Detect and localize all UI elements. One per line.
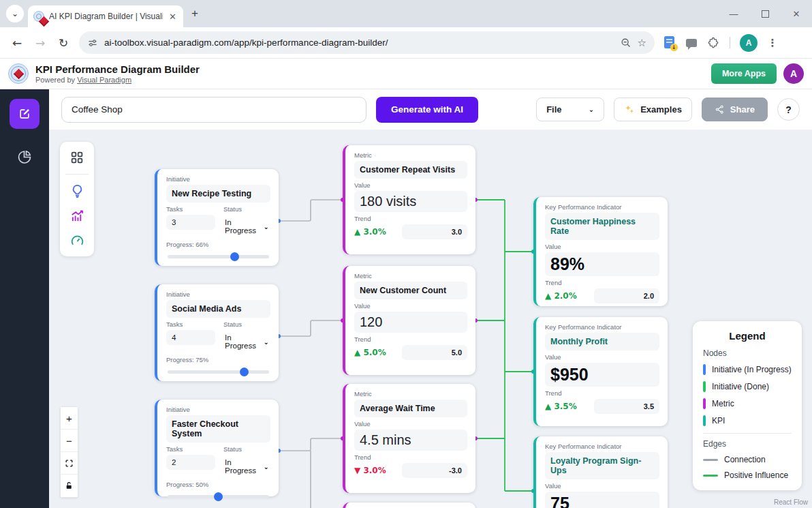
value-label: Value [354, 181, 467, 189]
kpi-name-field[interactable]: Loyalty Program Sign-Ups [545, 452, 659, 479]
trend-label: Trend [545, 389, 659, 397]
divider [730, 37, 730, 48]
tasks-field[interactable]: 4 [166, 330, 215, 345]
trend-label: Trend [354, 215, 467, 222]
help-button[interactable]: ? [777, 98, 800, 121]
share-button[interactable]: Share [702, 98, 768, 121]
user-avatar[interactable]: A [783, 63, 804, 84]
value-label: Value [354, 420, 467, 428]
minimize-icon[interactable]: — [718, 0, 749, 27]
maximize-icon[interactable] [749, 0, 781, 27]
edit-icon [18, 107, 31, 121]
tab-search-button[interactable]: ⌄ [6, 5, 24, 23]
metric-value-field[interactable]: 120 [354, 312, 467, 333]
back-icon[interactable]: ← [7, 33, 27, 53]
browser-menu-icon[interactable]: ⋮ [763, 33, 782, 53]
diagram-canvas[interactable]: Initiative New Recipe Testing Tasks 3 St… [49, 130, 812, 508]
progress-slider[interactable] [166, 368, 270, 376]
chat-icon[interactable] [682, 33, 701, 53]
tab-close-icon[interactable]: ✕ [168, 12, 178, 22]
page-title: KPI Performance Diagram Builder [35, 63, 200, 75]
kpi-node[interactable]: Key Performance Indicator Customer Happi… [533, 197, 668, 306]
metric-chart-icon[interactable] [69, 208, 85, 224]
tasks-field[interactable]: 2 [166, 455, 215, 470]
grid-icon[interactable] [69, 150, 84, 165]
initiative-node[interactable]: Initiative New Recipe Testing Tasks 3 St… [155, 169, 279, 266]
trend-value-field[interactable]: 5.0 [402, 345, 467, 360]
zoom-in-button[interactable]: + [61, 407, 78, 430]
progress-label: Progress: 50% [166, 481, 270, 488]
value-label: Value [545, 353, 659, 361]
powered-by-link[interactable]: Visual Paradigm [77, 76, 131, 84]
trend-value-field[interactable]: 2.0 [594, 288, 659, 303]
status-select[interactable]: In Progress⌄ [223, 455, 270, 478]
metric-value-field[interactable]: 180 visits [354, 191, 467, 212]
forward-icon[interactable]: → [30, 33, 50, 53]
browser-tab[interactable]: AI KPI Diagram Builder | Visualiz ✕ [28, 5, 183, 27]
initiative-node[interactable]: Initiative Faster Checkout System Tasks … [155, 400, 279, 496]
initiative-name-field[interactable]: New Recipe Testing [166, 185, 270, 203]
kpi-node[interactable]: Key Performance Indicator Monthly Profit… [533, 317, 668, 426]
generate-with-ai-button[interactable]: Generate with AI [376, 97, 478, 123]
kpi-name-field[interactable]: Customer Happiness Rate [545, 213, 659, 240]
kpi-gauge-icon[interactable] [69, 233, 85, 248]
window-close-icon[interactable]: ✕ [781, 0, 812, 27]
kpi-name-field[interactable]: Monthly Profit [545, 333, 659, 350]
zoom-out-button[interactable]: − [61, 430, 78, 452]
pie-chart-icon [16, 149, 33, 165]
visual-paradigm-logo [8, 63, 29, 84]
status-select[interactable]: In Progress⌄ [223, 330, 270, 353]
metric-node[interactable]: Metric New Customer Count Value 120 Tren… [343, 266, 475, 375]
sidebar-item-editor[interactable] [10, 99, 40, 129]
sparkles-icon [624, 104, 635, 115]
metric-name-field[interactable]: New Customer Count [354, 282, 467, 299]
progress-slider[interactable] [166, 492, 270, 500]
app-header: KPI Performance Diagram Builder Powered … [0, 59, 812, 89]
bookmark-star-icon[interactable]: ☆ [638, 37, 646, 49]
status-value: In Progress [225, 458, 264, 475]
initiative-label: Initiative [166, 406, 270, 413]
lock-button[interactable] [61, 475, 78, 497]
site-settings-icon[interactable] [87, 38, 98, 48]
prompt-input[interactable] [61, 97, 366, 123]
metric-node[interactable]: Metric Average Wait Time Value 4.5 mins … [343, 384, 475, 493]
metric-node-partial[interactable] [343, 503, 475, 508]
react-flow-attribution[interactable]: React Flow [774, 498, 808, 506]
browser-profile-avatar[interactable]: A [740, 34, 758, 52]
kpi-label: Key Performance Indicator [545, 203, 659, 211]
trend-label: Trend [354, 453, 467, 461]
initiative-name-field[interactable]: Faster Checkout System [166, 415, 270, 443]
sidebar-item-charts[interactable] [14, 147, 35, 167]
file-menu-button[interactable]: File ⌄ [536, 98, 604, 121]
progress-slider[interactable] [166, 252, 270, 260]
zoom-page-icon[interactable] [620, 37, 631, 48]
edge-swatch [703, 459, 718, 461]
tasks-field[interactable]: 3 [166, 215, 215, 230]
status-select[interactable]: In Progress⌄ [223, 215, 270, 238]
examples-button[interactable]: Examples [614, 98, 692, 121]
docs-offline-icon[interactable]: ↓ [660, 33, 679, 53]
share-icon [715, 104, 725, 115]
metric-name-field[interactable]: Customer Repeat Visits [354, 161, 467, 179]
metric-value-field[interactable]: 4.5 mins [354, 430, 467, 451]
legend-item-label: Connection [724, 455, 766, 464]
metric-name-field[interactable]: Average Wait Time [354, 400, 467, 417]
metric-node[interactable]: Metric Customer Repeat Visits Value 180 … [343, 145, 475, 254]
extensions-icon[interactable] [704, 33, 723, 53]
kpi-node[interactable]: Key Performance Indicator Loyalty Progra… [533, 436, 668, 508]
more-apps-button[interactable]: More Apps [711, 63, 777, 84]
refresh-icon[interactable]: ↻ [53, 33, 74, 53]
trend-value-field[interactable]: -3.0 [402, 463, 467, 478]
new-tab-button[interactable]: + [191, 7, 198, 20]
kpi-value-field[interactable]: $950 [545, 363, 659, 387]
kpi-value-field[interactable]: 89% [545, 252, 659, 276]
initiative-node[interactable]: Initiative Social Media Ads Tasks 4 Stat… [155, 284, 279, 381]
initiative-bulb-icon[interactable] [69, 183, 85, 199]
trend-value-field[interactable]: 3.0 [402, 224, 467, 239]
kpi-value-field[interactable]: 75 [545, 492, 659, 508]
trend-percent: ▲ 2.0% [545, 291, 577, 301]
fit-view-button[interactable] [61, 452, 78, 475]
url-bar[interactable]: ai-toolbox.visual-paradigm.com/app/kpi-p… [79, 31, 655, 54]
trend-value-field[interactable]: 3.5 [594, 399, 659, 414]
initiative-name-field[interactable]: Social Media Ads [166, 300, 270, 318]
